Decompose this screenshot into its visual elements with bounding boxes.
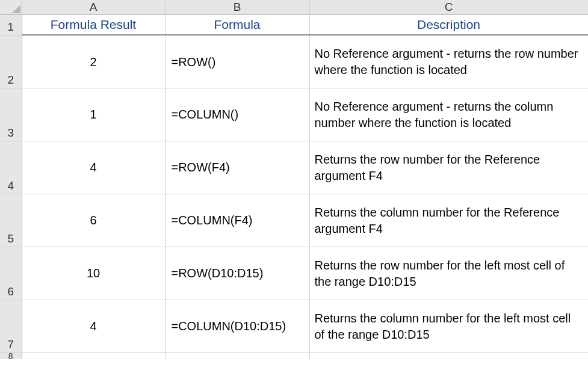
cell-C7[interactable]: Returns the column number for the left m…: [309, 300, 588, 353]
column-header-A[interactable]: A: [22, 0, 165, 15]
table-row: 7 4 =COLUMN(D10:D15) Returns the column …: [0, 300, 588, 353]
cell-C2[interactable]: No Reference argument - returns the row …: [309, 35, 588, 88]
spreadsheet: A B C 1 Formula Result Formula Descripti…: [0, 0, 588, 385]
cell-A1[interactable]: Formula Result: [22, 15, 165, 35]
column-header-row: A B C: [0, 0, 588, 15]
table-row: 3 1 =COLUMN() No Reference argument - re…: [0, 88, 588, 141]
cell-B3[interactable]: =COLUMN(): [165, 88, 309, 141]
cell-A2[interactable]: 2: [22, 35, 165, 88]
cell-C3[interactable]: No Reference argument - returns the colu…: [309, 88, 588, 141]
table-row: 4 4 =ROW(F4) Returns the row number for …: [0, 141, 588, 194]
cell-C4[interactable]: Returns the row number for the Reference…: [309, 141, 588, 194]
table-row: 6 10 =ROW(D10:D15) Returns the row numbe…: [0, 247, 588, 300]
column-header-B[interactable]: B: [165, 0, 309, 15]
cell-B4[interactable]: =ROW(F4): [165, 141, 309, 194]
table-row: 2 2 =ROW() No Reference argument - retur…: [0, 35, 588, 88]
cell-A7[interactable]: 4: [22, 300, 165, 353]
row-header-6[interactable]: 6: [0, 247, 22, 300]
table-header-row: 1 Formula Result Formula Description: [0, 15, 588, 35]
cell-C8[interactable]: [309, 353, 588, 360]
table-row: 5 6 =COLUMN(F4) Returns the column numbe…: [0, 194, 588, 247]
cell-A3[interactable]: 1: [22, 88, 165, 141]
row-header-7[interactable]: 7: [0, 300, 22, 353]
row-header-1[interactable]: 1: [0, 15, 22, 35]
row-header-8[interactable]: 8: [0, 353, 22, 360]
cell-B8[interactable]: [165, 353, 309, 360]
table-row: 8: [0, 353, 588, 360]
cell-A6[interactable]: 10: [22, 247, 165, 300]
cell-A4[interactable]: 4: [22, 141, 165, 194]
cell-A8[interactable]: [22, 353, 165, 360]
column-header-C[interactable]: C: [309, 0, 588, 15]
cell-B7[interactable]: =COLUMN(D10:D15): [165, 300, 309, 353]
cell-B1[interactable]: Formula: [165, 15, 309, 35]
cell-C1[interactable]: Description: [309, 15, 588, 35]
cell-A5[interactable]: 6: [22, 194, 165, 247]
row-header-3[interactable]: 3: [0, 88, 22, 141]
cell-C5[interactable]: Returns the column number for the Refere…: [309, 194, 588, 247]
row-header-4[interactable]: 4: [0, 141, 22, 194]
cell-B5[interactable]: =COLUMN(F4): [165, 194, 309, 247]
cell-B6[interactable]: =ROW(D10:D15): [165, 247, 309, 300]
cell-C6[interactable]: Returns the row number for the left most…: [309, 247, 588, 300]
cell-B2[interactable]: =ROW(): [165, 35, 309, 88]
row-header-5[interactable]: 5: [0, 194, 22, 247]
row-header-2[interactable]: 2: [0, 35, 22, 88]
grid: A B C 1 Formula Result Formula Descripti…: [0, 0, 588, 359]
select-all-corner[interactable]: [0, 0, 22, 15]
